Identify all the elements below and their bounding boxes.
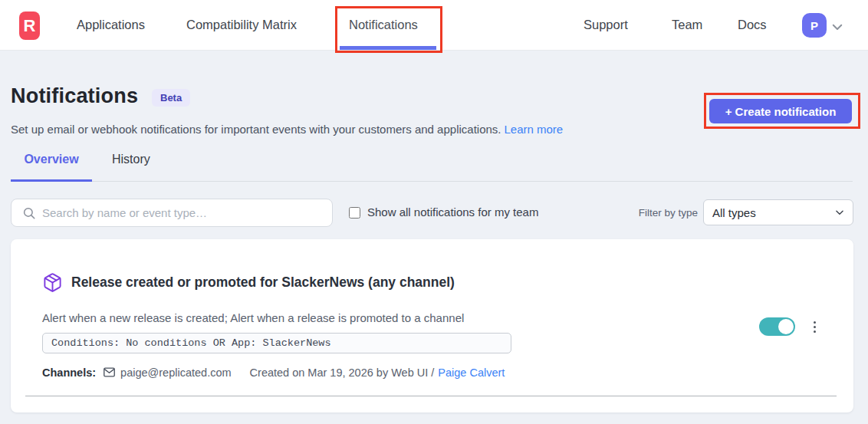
filter-type-select[interactable]: All types xyxy=(703,199,853,225)
notification-enabled-toggle[interactable] xyxy=(759,317,795,336)
filter-type-select-wrap: All types xyxy=(703,199,853,225)
filter-by-type-label: Filter by type xyxy=(626,207,698,219)
chevron-down-icon[interactable] xyxy=(830,20,844,37)
nav-item-support[interactable]: Support xyxy=(584,18,628,32)
learn-more-link[interactable]: Learn more xyxy=(505,123,564,136)
user-avatar[interactable]: P xyxy=(802,13,827,38)
channels-label: Channels: xyxy=(42,366,96,379)
page-description-text: Set up email or webhook notifications fo… xyxy=(11,123,501,136)
beta-badge: Beta xyxy=(152,89,190,107)
tabs-divider xyxy=(11,181,853,182)
created-text: Created on Mar 19, 2026 by Web UI / xyxy=(250,366,435,379)
tab-active-underline xyxy=(11,179,92,182)
search-input[interactable] xyxy=(42,200,326,225)
notification-title: Release created or promoted for SlackerN… xyxy=(71,274,455,291)
notifications-page: R Applications Compatibility Matrix Noti… xyxy=(0,0,868,424)
notification-card: Release created or promoted for SlackerN… xyxy=(11,239,853,412)
nav-item-team[interactable]: Team xyxy=(672,18,702,32)
search-box xyxy=(11,199,333,227)
top-nav: R Applications Compatibility Matrix Noti… xyxy=(0,0,868,51)
create-notification-button[interactable]: + Create notification xyxy=(709,99,852,123)
kebab-menu-icon[interactable] xyxy=(808,317,820,336)
tab-history[interactable]: History xyxy=(112,153,150,166)
tab-overview[interactable]: Overview xyxy=(11,153,92,166)
search-icon xyxy=(22,206,36,223)
nav-item-compatibility-matrix[interactable]: Compatibility Matrix xyxy=(186,18,297,32)
notification-conditions: Conditions: No conditions OR App: Slacke… xyxy=(42,333,511,353)
show-all-notifications-checkbox[interactable] xyxy=(349,207,360,219)
nav-active-indicator xyxy=(340,46,436,50)
replicated-logo[interactable]: R xyxy=(19,12,40,40)
mail-icon xyxy=(103,366,116,381)
show-all-notifications-label[interactable]: Show all notifications for my team xyxy=(367,205,538,219)
package-icon xyxy=(42,272,63,296)
page-description: Set up email or webhook notifications fo… xyxy=(11,123,563,136)
toggle-knob xyxy=(778,319,794,334)
nav-item-notifications[interactable]: Notifications xyxy=(349,18,418,32)
nav-item-docs[interactable]: Docs xyxy=(738,18,767,32)
channel-email: paige@replicated.com xyxy=(120,366,232,379)
card-divider xyxy=(25,396,837,396)
channels-row: Channels: paige@replicated.com Created o… xyxy=(42,365,505,380)
created-by-link[interactable]: Paige Calvert xyxy=(438,366,505,379)
notification-description: Alert when a new release is created; Ale… xyxy=(42,311,464,324)
page-title: Notifications xyxy=(11,84,138,108)
nav-item-applications[interactable]: Applications xyxy=(77,18,145,32)
